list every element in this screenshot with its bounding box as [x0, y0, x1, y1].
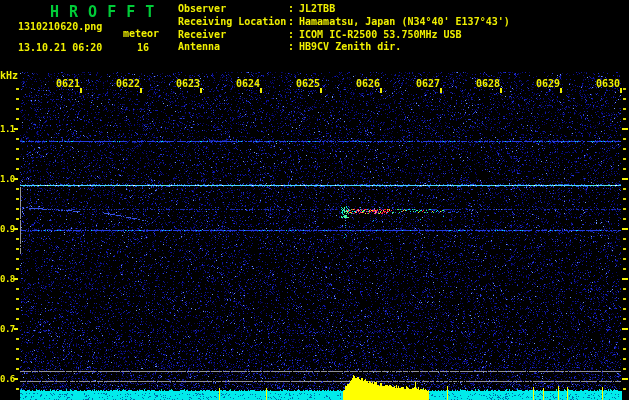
freq-minor-tick-right	[623, 148, 626, 150]
info-separator: :	[288, 29, 294, 42]
time-tick-mark	[320, 88, 322, 93]
freq-minor-tick-right	[623, 358, 626, 360]
time-tick-mark	[140, 88, 142, 93]
freq-minor-tick-left	[16, 318, 19, 320]
freq-tick-label: 0.9	[0, 224, 14, 234]
freq-minor-tick-left	[16, 338, 19, 340]
info-value: HB9CV Zenith dir.	[299, 41, 401, 52]
freq-major-tick-left	[14, 378, 18, 380]
info-value: ICOM IC-R2500 53.750MHz USB	[299, 29, 462, 40]
station-info-block: Observer:JL2TBBReceiving Location:Hamama…	[178, 3, 618, 55]
freq-minor-tick-left	[16, 168, 19, 170]
time-tick-label: 0624	[214, 78, 260, 89]
freq-tick-label: 1.0	[0, 174, 14, 184]
freq-minor-tick-left	[16, 388, 19, 390]
freq-major-tick-left	[14, 278, 18, 280]
hrofft-screen: H R O F F T 1310210620.png meteor 13.10.…	[0, 0, 629, 400]
freq-tick-label: 0.6	[0, 374, 14, 384]
mode-label: meteor	[123, 28, 159, 39]
freq-minor-tick-left	[16, 248, 19, 250]
time-tick-mark	[500, 88, 502, 93]
freq-minor-tick-left	[16, 108, 19, 110]
freq-minor-tick-right	[623, 288, 626, 290]
freq-major-tick-right	[622, 128, 628, 130]
freq-minor-tick-left	[16, 238, 19, 240]
freq-minor-tick-right	[623, 88, 626, 90]
date-time: 13.10.21 06:20	[18, 42, 102, 53]
freq-major-tick-left	[14, 328, 18, 330]
freq-minor-tick-left	[16, 138, 19, 140]
time-tick-label: 0627	[394, 78, 440, 89]
time-tick-mark	[440, 88, 442, 93]
time-tick-label: 0630	[574, 78, 620, 89]
info-separator: :	[288, 41, 294, 54]
freq-major-tick-left	[14, 178, 18, 180]
time-tick-mark	[620, 88, 622, 93]
spectrogram-canvas	[0, 0, 629, 400]
freq-minor-tick-left	[16, 188, 19, 190]
freq-minor-tick-left	[16, 218, 19, 220]
freq-major-tick-right	[622, 278, 628, 280]
freq-major-tick-right	[622, 178, 628, 180]
freq-minor-tick-left	[16, 298, 19, 300]
freq-minor-tick-right	[623, 168, 626, 170]
time-tick-label: 0626	[334, 78, 380, 89]
info-label: Antenna	[178, 41, 288, 54]
freq-minor-tick-right	[623, 318, 626, 320]
freq-minor-tick-right	[623, 108, 626, 110]
info-separator: :	[288, 3, 294, 16]
freq-minor-tick-left	[16, 288, 19, 290]
time-tick-label: 0628	[454, 78, 500, 89]
freq-minor-tick-left	[16, 368, 19, 370]
freq-minor-tick-right	[623, 258, 626, 260]
freq-minor-tick-right	[623, 98, 626, 100]
frequency-unit-label: kHz	[0, 70, 18, 81]
freq-minor-tick-right	[623, 238, 626, 240]
freq-major-tick-left	[14, 128, 18, 130]
freq-minor-tick-right	[623, 248, 626, 250]
freq-minor-tick-left	[16, 358, 19, 360]
time-tick-label: 0622	[94, 78, 140, 89]
app-title: H R O F F T	[50, 3, 155, 21]
info-value: JL2TBB	[299, 3, 335, 14]
freq-minor-tick-right	[623, 368, 626, 370]
station-info-row: Observer:JL2TBB	[178, 3, 618, 16]
freq-minor-tick-left	[16, 268, 19, 270]
time-tick-label: 0621	[34, 78, 80, 89]
freq-minor-tick-right	[623, 118, 626, 120]
freq-minor-tick-left	[16, 158, 19, 160]
freq-tick-label: 1.1	[0, 124, 14, 134]
freq-minor-tick-right	[623, 208, 626, 210]
freq-tick-label: 0.8	[0, 274, 14, 284]
time-tick-label: 0629	[514, 78, 560, 89]
freq-major-tick-left	[14, 228, 18, 230]
freq-minor-tick-left	[16, 88, 19, 90]
freq-minor-tick-left	[16, 208, 19, 210]
freq-major-tick-right	[622, 328, 628, 330]
freq-minor-tick-right	[623, 198, 626, 200]
info-label: Observer	[178, 3, 288, 16]
freq-minor-tick-right	[623, 188, 626, 190]
info-label: Receiver	[178, 29, 288, 42]
freq-minor-tick-left	[16, 118, 19, 120]
time-tick-mark	[200, 88, 202, 93]
time-tick-mark	[380, 88, 382, 93]
info-label: Receiving Location	[178, 16, 288, 29]
freq-minor-tick-right	[623, 268, 626, 270]
time-tick-mark	[260, 88, 262, 93]
freq-minor-tick-right	[623, 298, 626, 300]
time-tick-label: 0623	[154, 78, 200, 89]
freq-minor-tick-left	[16, 348, 19, 350]
freq-minor-tick-left	[16, 258, 19, 260]
echo-count: 16	[137, 42, 149, 53]
freq-minor-tick-right	[623, 158, 626, 160]
freq-minor-tick-left	[16, 148, 19, 150]
freq-minor-tick-right	[623, 388, 626, 390]
freq-major-tick-right	[622, 378, 628, 380]
freq-minor-tick-left	[16, 198, 19, 200]
time-tick-mark	[80, 88, 82, 93]
station-info-row: Antenna:HB9CV Zenith dir.	[178, 41, 618, 54]
freq-minor-tick-left	[16, 98, 19, 100]
time-tick-mark	[560, 88, 562, 93]
output-filename: 1310210620.png	[18, 21, 102, 32]
